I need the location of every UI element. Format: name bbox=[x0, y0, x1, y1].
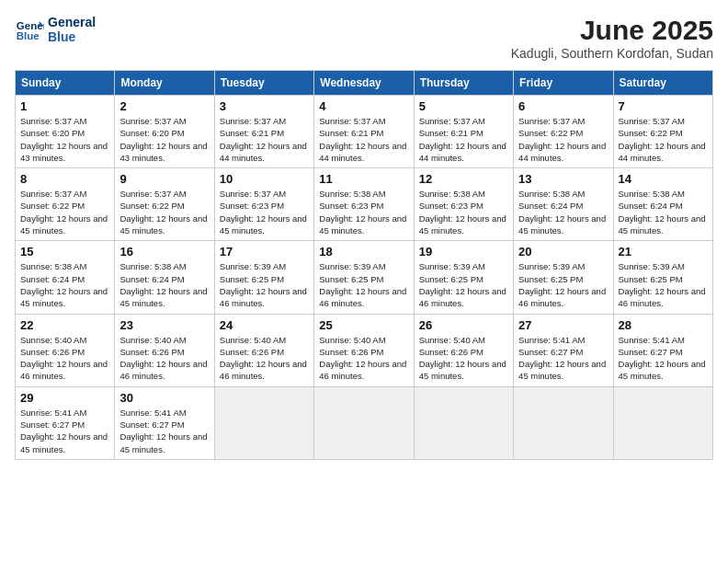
day-number: 21 bbox=[619, 245, 708, 259]
day-info: Sunrise: 5:40 AM Sunset: 6:26 PM Dayligh… bbox=[20, 335, 108, 382]
day-number: 8 bbox=[20, 172, 109, 186]
location-title: Kadugli, Southern Kordofan, Sudan bbox=[511, 46, 713, 61]
day-cell-13: 13 Sunrise: 5:38 AM Sunset: 6:24 PM Dayl… bbox=[514, 168, 613, 241]
day-info: Sunrise: 5:39 AM Sunset: 6:25 PM Dayligh… bbox=[619, 261, 706, 308]
day-info: Sunrise: 5:37 AM Sunset: 6:20 PM Dayligh… bbox=[119, 116, 207, 163]
day-cell-22: 22 Sunrise: 5:40 AM Sunset: 6:26 PM Dayl… bbox=[16, 314, 115, 386]
header-saturday: Saturday bbox=[613, 71, 712, 96]
day-info: Sunrise: 5:39 AM Sunset: 6:25 PM Dayligh… bbox=[518, 261, 606, 308]
day-info: Sunrise: 5:40 AM Sunset: 6:26 PM Dayligh… bbox=[119, 335, 207, 382]
day-info: Sunrise: 5:38 AM Sunset: 6:24 PM Dayligh… bbox=[119, 261, 207, 308]
day-number: 26 bbox=[419, 318, 508, 332]
day-info: Sunrise: 5:38 AM Sunset: 6:23 PM Dayligh… bbox=[319, 189, 406, 236]
day-info: Sunrise: 5:38 AM Sunset: 6:24 PM Dayligh… bbox=[518, 189, 606, 236]
day-number: 7 bbox=[619, 99, 708, 113]
day-info: Sunrise: 5:37 AM Sunset: 6:20 PM Dayligh… bbox=[20, 116, 108, 163]
calendar-week-2: 8 Sunrise: 5:37 AM Sunset: 6:22 PM Dayli… bbox=[16, 168, 713, 241]
day-cell-26: 26 Sunrise: 5:40 AM Sunset: 6:26 PM Dayl… bbox=[414, 314, 513, 386]
empty-cell bbox=[414, 386, 513, 459]
day-number: 25 bbox=[319, 318, 408, 332]
day-cell-5: 5 Sunrise: 5:37 AM Sunset: 6:21 PM Dayli… bbox=[414, 96, 513, 168]
header-monday: Monday bbox=[115, 71, 214, 96]
day-info: Sunrise: 5:37 AM Sunset: 6:22 PM Dayligh… bbox=[619, 116, 706, 163]
day-cell-18: 18 Sunrise: 5:39 AM Sunset: 6:25 PM Dayl… bbox=[314, 241, 414, 314]
day-number: 29 bbox=[20, 391, 109, 405]
day-info: Sunrise: 5:39 AM Sunset: 6:25 PM Dayligh… bbox=[220, 261, 307, 308]
day-info: Sunrise: 5:41 AM Sunset: 6:27 PM Dayligh… bbox=[119, 408, 207, 454]
day-info: Sunrise: 5:37 AM Sunset: 6:21 PM Dayligh… bbox=[419, 116, 506, 163]
day-info: Sunrise: 5:40 AM Sunset: 6:26 PM Dayligh… bbox=[419, 335, 506, 382]
day-info: Sunrise: 5:37 AM Sunset: 6:21 PM Dayligh… bbox=[220, 116, 307, 163]
day-number: 5 bbox=[419, 99, 508, 113]
day-cell-16: 16 Sunrise: 5:38 AM Sunset: 6:24 PM Dayl… bbox=[115, 241, 214, 314]
day-cell-25: 25 Sunrise: 5:40 AM Sunset: 6:26 PM Dayl… bbox=[314, 314, 414, 386]
header-friday: Friday bbox=[514, 71, 613, 96]
day-cell-29: 29 Sunrise: 5:41 AM Sunset: 6:27 PM Dayl… bbox=[16, 386, 115, 459]
empty-cell bbox=[514, 386, 613, 459]
day-cell-9: 9 Sunrise: 5:37 AM Sunset: 6:22 PM Dayli… bbox=[115, 168, 214, 241]
day-cell-19: 19 Sunrise: 5:39 AM Sunset: 6:25 PM Dayl… bbox=[414, 241, 513, 314]
header-thursday: Thursday bbox=[414, 71, 513, 96]
day-number: 16 bbox=[119, 245, 209, 259]
day-info: Sunrise: 5:38 AM Sunset: 6:24 PM Dayligh… bbox=[20, 261, 108, 308]
day-cell-4: 4 Sunrise: 5:37 AM Sunset: 6:21 PM Dayli… bbox=[314, 96, 414, 168]
day-number: 9 bbox=[119, 172, 209, 186]
day-number: 13 bbox=[518, 172, 608, 186]
day-number: 11 bbox=[319, 172, 408, 186]
day-number: 27 bbox=[518, 318, 608, 332]
day-number: 10 bbox=[220, 172, 309, 186]
day-info: Sunrise: 5:37 AM Sunset: 6:22 PM Dayligh… bbox=[119, 189, 207, 236]
day-cell-1: 1 Sunrise: 5:37 AM Sunset: 6:20 PM Dayli… bbox=[16, 96, 115, 168]
header: General Blue General Blue June 2025 Kadu… bbox=[15, 15, 713, 61]
day-number: 15 bbox=[20, 245, 109, 259]
day-number: 4 bbox=[319, 99, 408, 113]
calendar-week-1: 1 Sunrise: 5:37 AM Sunset: 6:20 PM Dayli… bbox=[16, 96, 713, 168]
header-row: Sunday Monday Tuesday Wednesday Thursday… bbox=[16, 71, 713, 96]
day-number: 24 bbox=[220, 318, 309, 332]
day-number: 3 bbox=[220, 99, 309, 113]
header-wednesday: Wednesday bbox=[314, 71, 414, 96]
title-area: June 2025 Kadugli, Southern Kordofan, Su… bbox=[511, 15, 713, 61]
day-number: 17 bbox=[220, 245, 309, 259]
day-info: Sunrise: 5:41 AM Sunset: 6:27 PM Dayligh… bbox=[619, 335, 706, 382]
logo-blue: Blue bbox=[48, 29, 96, 44]
day-cell-27: 27 Sunrise: 5:41 AM Sunset: 6:27 PM Dayl… bbox=[514, 314, 613, 386]
day-info: Sunrise: 5:37 AM Sunset: 6:23 PM Dayligh… bbox=[220, 189, 307, 236]
logo-icon: General Blue bbox=[15, 15, 44, 44]
day-cell-3: 3 Sunrise: 5:37 AM Sunset: 6:21 PM Dayli… bbox=[214, 96, 313, 168]
day-cell-10: 10 Sunrise: 5:37 AM Sunset: 6:23 PM Dayl… bbox=[214, 168, 313, 241]
day-number: 2 bbox=[119, 99, 209, 113]
day-info: Sunrise: 5:39 AM Sunset: 6:25 PM Dayligh… bbox=[419, 261, 506, 308]
calendar-table: Sunday Monday Tuesday Wednesday Thursday… bbox=[15, 70, 713, 460]
day-number: 30 bbox=[119, 391, 209, 405]
day-cell-23: 23 Sunrise: 5:40 AM Sunset: 6:26 PM Dayl… bbox=[115, 314, 214, 386]
day-cell-30: 30 Sunrise: 5:41 AM Sunset: 6:27 PM Dayl… bbox=[115, 386, 214, 459]
day-cell-12: 12 Sunrise: 5:38 AM Sunset: 6:23 PM Dayl… bbox=[414, 168, 513, 241]
day-number: 19 bbox=[419, 245, 508, 259]
day-info: Sunrise: 5:41 AM Sunset: 6:27 PM Dayligh… bbox=[20, 408, 108, 454]
day-number: 20 bbox=[518, 245, 608, 259]
calendar-week-5: 29 Sunrise: 5:41 AM Sunset: 6:27 PM Dayl… bbox=[16, 386, 713, 459]
day-number: 28 bbox=[619, 318, 708, 332]
empty-cell bbox=[314, 386, 414, 459]
day-info: Sunrise: 5:37 AM Sunset: 6:22 PM Dayligh… bbox=[518, 116, 606, 163]
day-cell-20: 20 Sunrise: 5:39 AM Sunset: 6:25 PM Dayl… bbox=[514, 241, 613, 314]
day-cell-11: 11 Sunrise: 5:38 AM Sunset: 6:23 PM Dayl… bbox=[314, 168, 414, 241]
day-info: Sunrise: 5:38 AM Sunset: 6:23 PM Dayligh… bbox=[419, 189, 506, 236]
calendar-week-3: 15 Sunrise: 5:38 AM Sunset: 6:24 PM Dayl… bbox=[16, 241, 713, 314]
day-number: 14 bbox=[619, 172, 708, 186]
header-sunday: Sunday bbox=[16, 71, 115, 96]
day-number: 22 bbox=[20, 318, 109, 332]
day-info: Sunrise: 5:39 AM Sunset: 6:25 PM Dayligh… bbox=[319, 261, 406, 308]
day-cell-8: 8 Sunrise: 5:37 AM Sunset: 6:22 PM Dayli… bbox=[16, 168, 115, 241]
day-info: Sunrise: 5:40 AM Sunset: 6:26 PM Dayligh… bbox=[319, 335, 406, 382]
day-number: 18 bbox=[319, 245, 408, 259]
day-number: 6 bbox=[518, 99, 608, 113]
calendar-week-4: 22 Sunrise: 5:40 AM Sunset: 6:26 PM Dayl… bbox=[16, 314, 713, 386]
day-info: Sunrise: 5:38 AM Sunset: 6:24 PM Dayligh… bbox=[619, 189, 706, 236]
day-info: Sunrise: 5:37 AM Sunset: 6:22 PM Dayligh… bbox=[20, 189, 108, 236]
empty-cell bbox=[613, 386, 712, 459]
empty-cell bbox=[214, 386, 313, 459]
day-cell-28: 28 Sunrise: 5:41 AM Sunset: 6:27 PM Dayl… bbox=[613, 314, 712, 386]
month-title: June 2025 bbox=[511, 15, 713, 46]
